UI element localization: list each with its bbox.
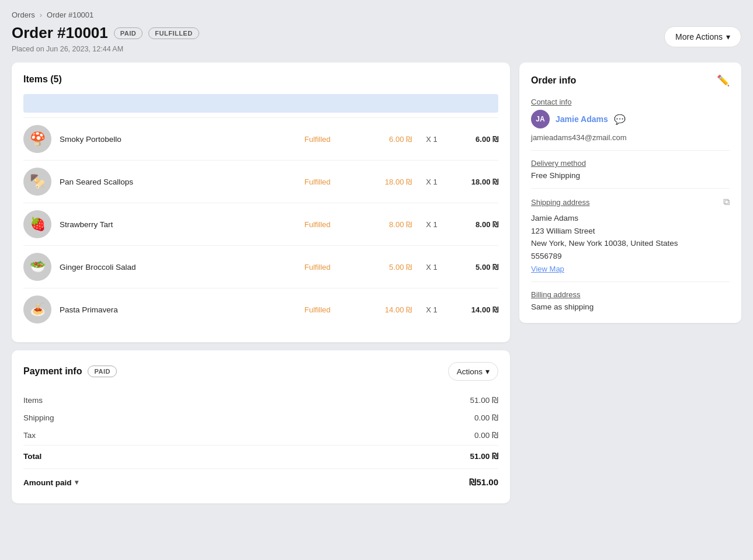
order-info-title: Order info <box>531 75 576 86</box>
payment-total-row: Total 51.00 ₪ <box>23 445 498 465</box>
chat-icon: 💬 <box>614 114 626 125</box>
contact-row: JA Jamie Adams 💬 <box>531 110 730 128</box>
table-row: 🥗 Ginger Broccoli Salad Fulfilled 5.00 ₪… <box>23 245 498 288</box>
table-row: 🍄 Smoky Portobello Fulfilled 6.00 ₪ X 1 … <box>23 117 498 160</box>
item-name: Smoky Portobello <box>60 135 296 144</box>
item-total: 6.00 ₪ <box>452 135 498 144</box>
customer-name-link[interactable]: Jamie Adams <box>556 114 608 124</box>
item-name: Ginger Broccoli Salad <box>60 263 296 272</box>
payment-items-row: Items 51.00 ₪ <box>23 391 498 409</box>
item-price: 18.00 ₪ <box>365 178 412 186</box>
shipping-address-header: Shipping address ⧉ <box>531 197 730 207</box>
item-total: 18.00 ₪ <box>452 178 498 186</box>
payment-paid-badge: PAID <box>88 366 116 377</box>
item-status: Fulfilled <box>304 135 357 144</box>
shipping-phone: 5556789 <box>531 252 562 260</box>
amount-paid-text: Amount paid <box>23 478 72 487</box>
divider-1 <box>531 150 730 151</box>
placed-on-text: Placed on Jun 26, 2023, 12:44 AM <box>12 45 199 53</box>
avatar: JA <box>531 110 550 128</box>
billing-address-label[interactable]: Billing address <box>531 290 730 299</box>
amount-paid-chevron-icon: ▾ <box>75 478 78 486</box>
item-name: Pasta Primavera <box>60 305 296 314</box>
breadcrumb: Orders › Order #10001 <box>12 11 741 19</box>
amount-paid-label[interactable]: Amount paid ▾ <box>23 478 78 487</box>
amount-paid-value: ₪51.00 <box>469 477 498 488</box>
actions-button[interactable]: Actions ▾ <box>448 362 498 381</box>
item-name: Pan Seared Scallops <box>60 178 296 186</box>
table-row: 🍢 Pan Seared Scallops Fulfilled 18.00 ₪ … <box>23 160 498 203</box>
page-title-row: Order #10001 PAID FULFILLED <box>12 24 199 42</box>
item-price: 6.00 ₪ <box>365 135 412 144</box>
item-qty: X 1 <box>420 263 443 272</box>
copy-icon[interactable]: ⧉ <box>723 197 730 207</box>
item-image-ginger-broccoli-salad: 🥗 <box>23 253 51 281</box>
item-status: Fulfilled <box>304 220 357 229</box>
page-header: Order #10001 PAID FULFILLED Placed on Ju… <box>12 24 741 53</box>
table-row: 🍓 Strawberry Tart Fulfilled 8.00 ₪ X 1 8… <box>23 203 498 245</box>
shipping-address-text: Jamie Adams 123 William Street New York,… <box>531 212 730 262</box>
item-image-pasta-primavera: 🍝 <box>23 295 51 324</box>
delivery-method-value: Free Shipping <box>531 171 730 180</box>
page-title: Order #10001 <box>12 24 108 42</box>
item-qty: X 1 <box>420 220 443 229</box>
fulfilled-badge: FULFILLED <box>148 27 199 39</box>
payment-header: Payment info PAID Actions ▾ <box>23 362 498 381</box>
breadcrumb-separator: › <box>40 11 42 19</box>
contact-info-label[interactable]: Contact info <box>531 98 730 106</box>
shipping-street: 123 William Street <box>531 227 595 235</box>
item-image-smoky-portobello: 🍄 <box>23 125 51 153</box>
pencil-icon: ✏️ <box>717 75 730 86</box>
customer-email: jamieadams434@zmail.com <box>531 133 730 142</box>
item-price: 5.00 ₪ <box>365 263 412 272</box>
payment-tax-label: Tax <box>23 431 36 440</box>
payment-header-left: Payment info PAID <box>23 366 117 377</box>
order-info-header: Order info ✏️ <box>531 74 730 87</box>
left-column: Items (5) 🍄 Smoky Portobello Fulfilled 6… <box>12 62 510 503</box>
actions-label: Actions <box>457 367 483 376</box>
item-price: 14.00 ₪ <box>365 305 412 314</box>
breadcrumb-current: Order #10001 <box>47 11 93 19</box>
main-layout: Items (5) 🍄 Smoky Portobello Fulfilled 6… <box>12 62 741 503</box>
payment-title: Payment info <box>23 366 82 377</box>
item-total: 5.00 ₪ <box>452 263 498 272</box>
item-status: Fulfilled <box>304 263 357 272</box>
chevron-down-icon: ▾ <box>726 32 730 41</box>
view-map-link[interactable]: View Map <box>531 265 730 273</box>
more-actions-button[interactable]: More Actions ▾ <box>664 26 741 47</box>
payment-items-label: Items <box>23 396 43 405</box>
item-name: Strawberry Tart <box>60 220 296 229</box>
item-status: Fulfilled <box>304 178 357 186</box>
divider-3 <box>531 281 730 282</box>
item-total: 8.00 ₪ <box>452 220 498 229</box>
payment-shipping-label: Shipping <box>23 413 54 422</box>
actions-chevron-icon: ▾ <box>485 367 490 376</box>
billing-address-value: Same as shipping <box>531 302 730 311</box>
payment-tax-value: 0.00 ₪ <box>474 430 498 440</box>
item-status: Fulfilled <box>304 305 357 314</box>
payment-shipping-value: 0.00 ₪ <box>474 413 498 422</box>
shipping-city-state: New York, New York 10038, United States <box>531 239 678 248</box>
payment-items-value: 51.00 ₪ <box>470 395 498 405</box>
breadcrumb-orders-link[interactable]: Orders <box>12 11 35 19</box>
paid-badge: PAID <box>114 27 143 39</box>
items-card: Items (5) 🍄 Smoky Portobello Fulfilled 6… <box>12 62 510 342</box>
item-image-strawberry-tart: 🍓 <box>23 210 51 238</box>
payment-total-label: Total <box>23 452 41 461</box>
items-card-title: Items (5) <box>23 74 498 85</box>
item-price: 8.00 ₪ <box>365 220 412 229</box>
item-qty: X 1 <box>420 305 443 314</box>
right-column: Order info ✏️ Contact info JA Jamie Adam… <box>519 62 741 323</box>
payment-amount-paid-row: Amount paid ▾ ₪51.00 <box>23 468 498 492</box>
shipping-address-label[interactable]: Shipping address <box>531 198 589 207</box>
item-image-pan-seared-scallops: 🍢 <box>23 168 51 196</box>
payment-card: Payment info PAID Actions ▾ Items 51.00 … <box>12 350 510 503</box>
edit-button[interactable]: ✏️ <box>717 74 730 87</box>
item-total: 14.00 ₪ <box>452 305 498 314</box>
more-actions-label: More Actions <box>675 32 723 41</box>
delivery-method-label[interactable]: Delivery method <box>531 159 730 168</box>
payment-tax-row: Tax 0.00 ₪ <box>23 426 498 444</box>
payment-shipping-row: Shipping 0.00 ₪ <box>23 409 498 426</box>
divider-2 <box>531 188 730 189</box>
item-qty: X 1 <box>420 178 443 186</box>
